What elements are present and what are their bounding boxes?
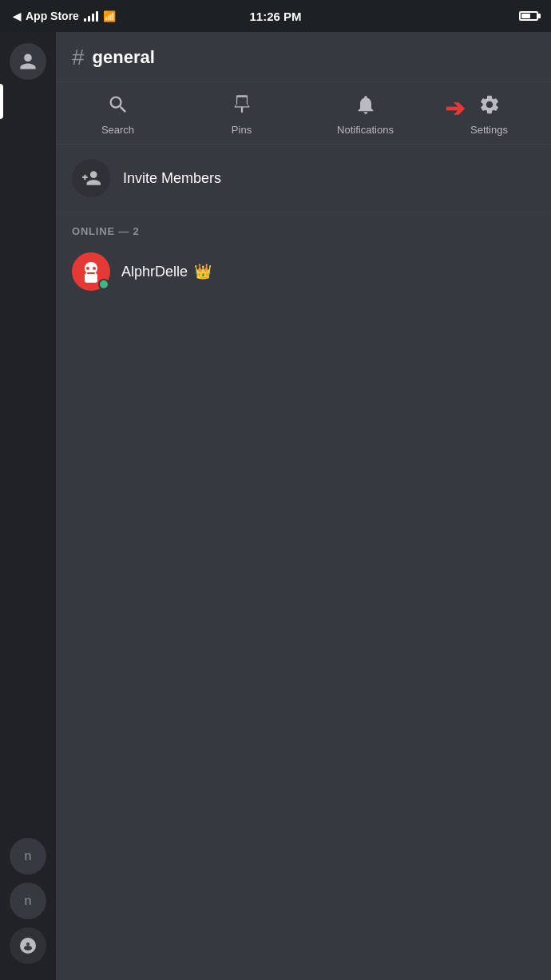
sidebar-server-n-1[interactable]: n [10,838,46,875]
toolbar-settings[interactable]: Settings [427,93,551,136]
toolbar-search[interactable]: Search [56,93,180,136]
sidebar-user-bottom[interactable] [10,927,46,964]
invite-members-row[interactable]: Invite Members [56,145,551,212]
status-bar-time: 11:26 PM [249,10,301,23]
signal-bars-icon [84,10,98,22]
member-name: AlphrDelle [121,264,188,280]
channel-hash-icon: # [72,46,85,69]
status-bar: ◀ App Store 📶 11:26 PM [0,0,551,32]
sidebar-server-n-2[interactable]: n [10,883,46,919]
crown-icon: 👑 [194,263,212,280]
invite-icon-circle [72,159,110,197]
wifi-icon: 📶 [103,10,116,22]
notifications-label: Notifications [337,124,394,136]
svg-rect-5 [87,272,95,274]
toolbar: ➔ Search Pins Notifi [56,82,551,145]
carrier-label: App Store [26,10,79,22]
battery-icon [519,11,538,21]
back-arrow: ◀ [13,10,21,22]
member-avatar-wrapper [72,252,110,291]
toolbar-pins[interactable]: Pins [180,93,303,136]
channel-header: # general [56,32,551,82]
channel-name: general [93,47,155,68]
status-bar-left: ◀ App Store 📶 [13,10,116,22]
svg-rect-2 [85,273,97,283]
bell-icon [355,93,377,119]
sidebar-bottom: n n [10,359,46,980]
sidebar-strip: n n [0,32,56,980]
pin-icon [231,93,253,119]
main-panel: # general ➔ Search Pins [56,32,551,980]
search-icon [107,93,129,119]
search-label: Search [101,124,134,136]
online-status-dot [98,279,109,290]
gear-icon [478,93,501,119]
svg-point-4 [93,267,96,270]
pins-label: Pins [232,124,252,136]
svg-point-3 [86,267,89,270]
online-header: ONLINE — 2 [72,225,140,237]
toolbar-notifications[interactable]: Notifications [303,93,427,136]
status-bar-right [519,11,538,21]
member-info: AlphrDelle 👑 [121,263,212,280]
online-section: ONLINE — 2 [56,212,551,244]
member-row[interactable]: AlphrDelle 👑 [56,244,551,299]
invite-label: Invite Members [123,170,221,187]
sidebar-active-indicator [0,84,3,119]
sidebar-user-avatar[interactable] [10,43,46,80]
settings-label: Settings [470,124,508,136]
